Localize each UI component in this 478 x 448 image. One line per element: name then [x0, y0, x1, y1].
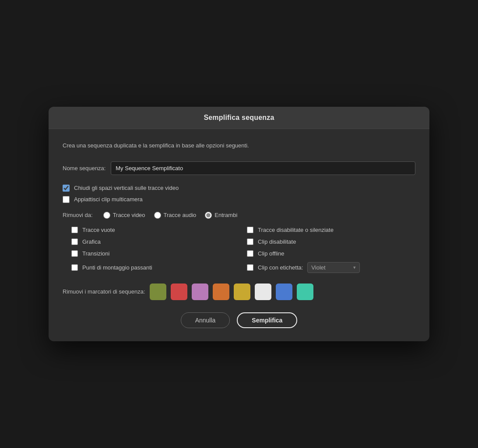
color-swatch-red[interactable] [171, 284, 187, 300]
markers-label: Rimuovi i marcatori di sequenza: [63, 288, 145, 295]
clip-label-dropdown[interactable]: Violet ▾ [307, 262, 360, 273]
radio-video-label[interactable]: Tracce video [113, 212, 145, 218]
clip-etichetta-item: Clip con etichetta: Violet ▾ [247, 262, 415, 273]
dialog-body: Crea una sequenza duplicata e la semplif… [49, 129, 429, 341]
clip-disabilitate-label[interactable]: Clip disabilitate [258, 238, 296, 245]
dialog-description: Crea una sequenza duplicata e la semplif… [63, 141, 415, 150]
clip-etichetta-label[interactable]: Clip con etichetta: [258, 264, 303, 271]
cancel-button[interactable]: Annulla [181, 312, 230, 328]
color-swatch-olive[interactable] [150, 284, 166, 300]
sequence-name-row: Nome sequenza: [63, 161, 415, 175]
transizioni-item: Transizioni [71, 250, 240, 257]
color-swatch-lavender[interactable] [192, 284, 208, 300]
radio-audio-input[interactable] [154, 212, 161, 219]
punti-item: Punti di montaggio passanti [71, 262, 240, 273]
tracce-vuote-item: Tracce vuote [71, 227, 240, 233]
close-spaces-label[interactable]: Chiudi gli spazi verticali sulle tracce … [74, 185, 179, 191]
radio-entrambi-label[interactable]: Entrambi [214, 212, 237, 218]
dropdown-value: Violet [311, 264, 325, 271]
dialog-title: Semplifica sequenza [59, 114, 419, 122]
flatten-multicam-row: Appiattisci clip multicamera [63, 196, 415, 203]
color-swatch-yellow[interactable] [234, 284, 250, 300]
grafica-checkbox[interactable] [71, 238, 78, 245]
color-swatch-blue[interactable] [276, 284, 292, 300]
clip-disabilitate-checkbox[interactable] [247, 238, 253, 245]
punti-checkbox[interactable] [71, 264, 78, 271]
radio-audio-label[interactable]: Tracce audio [164, 212, 197, 218]
color-swatch-teal[interactable] [297, 284, 313, 300]
color-swatch-white[interactable] [255, 284, 271, 300]
simplify-dialog: Semplifica sequenza Crea una sequenza du… [49, 107, 429, 341]
tracce-disabilitate-item: Tracce disabilitate o silenziate [247, 227, 415, 233]
grafica-item: Grafica [71, 238, 240, 245]
close-spaces-checkbox[interactable] [63, 185, 70, 192]
tracce-vuote-checkbox[interactable] [71, 227, 78, 233]
transizioni-label[interactable]: Transizioni [82, 250, 109, 257]
rimuovi-da-row: Rimuovi da: Tracce video Tracce audio En… [63, 212, 415, 219]
rimuovi-da-label: Rimuovi da: [63, 212, 93, 218]
sequence-name-input[interactable] [111, 161, 415, 175]
transizioni-checkbox[interactable] [71, 250, 78, 257]
checkboxes-grid: Tracce vuote Tracce disabilitate o silen… [63, 227, 415, 273]
radio-tracce-video[interactable]: Tracce video [103, 212, 145, 219]
markers-row: Rimuovi i marcatori di sequenza: [63, 284, 415, 300]
grafica-label[interactable]: Grafica [82, 238, 101, 245]
radio-entrambi[interactable]: Entrambi [205, 212, 237, 219]
clip-offline-item: Clip offline [247, 250, 415, 257]
radio-video-input[interactable] [103, 212, 110, 219]
clip-etichetta-checkbox[interactable] [247, 264, 253, 271]
confirm-button[interactable]: Semplifica [237, 312, 297, 328]
flatten-multicam-checkbox[interactable] [63, 196, 70, 203]
close-spaces-row: Chiudi gli spazi verticali sulle tracce … [63, 185, 415, 192]
clip-disabilitate-item: Clip disabilitate [247, 238, 415, 245]
tracce-disabilitate-label[interactable]: Tracce disabilitate o silenziate [258, 227, 334, 233]
sequence-name-label: Nome sequenza: [63, 165, 105, 172]
clip-offline-label[interactable]: Clip offline [258, 250, 284, 257]
tracce-disabilitate-checkbox[interactable] [247, 227, 253, 233]
color-swatch-orange[interactable] [213, 284, 229, 300]
clip-offline-checkbox[interactable] [247, 250, 253, 257]
chevron-down-icon: ▾ [353, 265, 356, 270]
dialog-header: Semplifica sequenza [49, 107, 429, 129]
buttons-row: Annulla Semplifica [63, 312, 415, 328]
radio-tracce-audio[interactable]: Tracce audio [154, 212, 197, 219]
checkboxes-top: Chiudi gli spazi verticali sulle tracce … [63, 185, 415, 203]
tracce-vuote-label[interactable]: Tracce vuote [82, 227, 115, 233]
punti-label[interactable]: Punti di montaggio passanti [82, 264, 152, 271]
radio-entrambi-input[interactable] [205, 212, 212, 219]
flatten-multicam-label[interactable]: Appiattisci clip multicamera [74, 196, 143, 203]
